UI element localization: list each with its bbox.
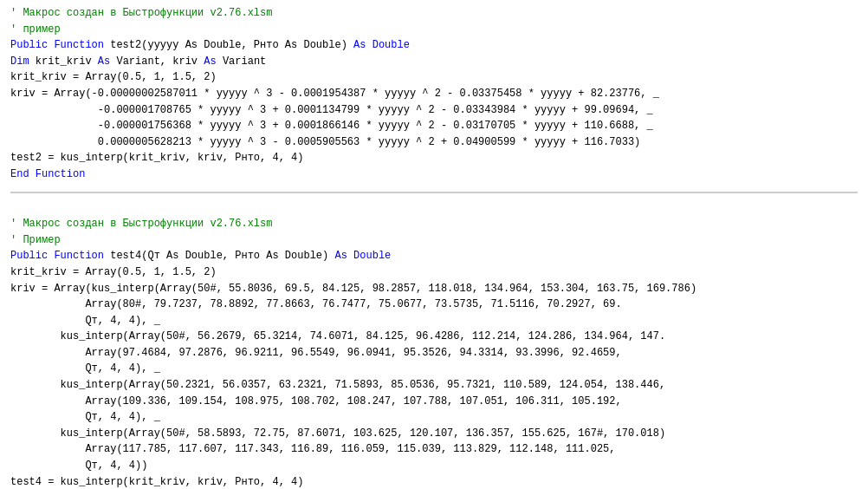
- normal: Qт, 4, 4), _: [10, 362, 160, 375]
- line: ' Макрос создан в Быстрофункции v2.76.xl…: [10, 216, 858, 232]
- keyword: End Function: [10, 168, 85, 180]
- normal: kriv = Array(-0.00000002587011 * yyyyy ^…: [10, 88, 659, 100]
- keyword: Dim: [10, 55, 36, 68]
- line: kus_interp(Array(50.2321, 56.0357, 63.23…: [10, 377, 858, 394]
- line: krit_kriv = Array(0.5, 1, 1.5, 2): [10, 264, 858, 281]
- normal: test4 = kus_interp(krit_kriv, kriv, Рнто…: [10, 476, 303, 488]
- code-block-1: ' Макрос создан в Быстрофункции v2.76.xl…: [10, 5, 858, 192]
- normal: Array(80#, 79.7237, 78.8892, 77.8663, 76…: [10, 298, 622, 310]
- normal: kriv = Array(kus_interp(Array(50#, 55.80…: [10, 283, 696, 295]
- normal: Qт, 4, 4), _: [10, 315, 160, 327]
- line: [10, 200, 858, 217]
- comment: ' Макрос создан в Быстрофункции v2.76.xl…: [10, 7, 272, 19]
- normal: krit_kriv = Array(0.5, 1, 1.5, 2): [10, 266, 217, 278]
- line: test2 = kus_interp(krit_kriv, kriv, Рнто…: [10, 150, 858, 166]
- normal: kus_interp(Array(50#, 58.5893, 72.75, 87…: [10, 427, 665, 440]
- normal: krit_kriv: [36, 55, 98, 68]
- normal: krit_kriv = Array(0.5, 1, 1.5, 2): [10, 71, 217, 83]
- normal: Variant, kriv: [116, 55, 204, 68]
- keyword: As Double: [353, 39, 410, 51]
- line: Array(97.4684, 97.2876, 96.9211, 96.5549…: [10, 345, 858, 362]
- normal: -0.000001756368 * yyyyy ^ 3 + 0.00018661…: [10, 120, 653, 132]
- keyword: As: [204, 55, 223, 68]
- line: 0.0000005628213 * yyyyy ^ 3 - 0.00059055…: [10, 134, 858, 151]
- line: ' Пример: [10, 232, 858, 249]
- line: Array(117.785, 117.607, 117.343, 116.89,…: [10, 441, 858, 458]
- normal: Array(109.336, 109.154, 108.975, 108.702…: [10, 395, 622, 408]
- line: Public Function test2(yyyyy As Double, Р…: [10, 37, 858, 54]
- normal: Array(97.4684, 97.2876, 96.9211, 96.5549…: [10, 347, 622, 359]
- code-block-2: ' Макрос создан в Быстрофункции v2.76.xl…: [10, 193, 858, 489]
- line: -0.000001756368 * yyyyy ^ 3 + 0.00018661…: [10, 118, 858, 134]
- line: ' пример: [10, 22, 858, 38]
- keyword: Public Function: [10, 39, 110, 51]
- line: kus_interp(Array(50#, 56.2679, 65.3214, …: [10, 329, 858, 345]
- comment: ' Макрос создан в Быстрофункции v2.76.xl…: [10, 218, 272, 230]
- normal: 0.0000005628213 * yyyyy ^ 3 - 0.00059055…: [10, 136, 640, 148]
- normal: Qт, 4, 4)): [10, 460, 147, 472]
- line: Array(109.336, 109.154, 108.975, 108.702…: [10, 394, 858, 410]
- normal: kus_interp(Array(50#, 56.2679, 65.3214, …: [10, 330, 665, 342]
- keyword: Public Function: [10, 250, 110, 262]
- line: kriv = Array(-0.00000002587011 * yyyyy ^…: [10, 86, 858, 102]
- line: Public Function test4(Qт As Double, Рнто…: [10, 248, 858, 264]
- line: End Function: [10, 166, 858, 183]
- normal: Variant: [223, 55, 266, 68]
- normal: kus_interp(Array(50.2321, 56.0357, 63.23…: [10, 379, 665, 391]
- comment: ' пример: [10, 23, 61, 36]
- line: Array(80#, 79.7237, 78.8892, 77.8663, 76…: [10, 297, 858, 313]
- keyword: As: [98, 55, 117, 68]
- normal: test2 = kus_interp(krit_kriv, kriv, Рнто…: [10, 152, 303, 164]
- normal: Array(117.785, 117.607, 117.343, 116.89,…: [10, 443, 616, 455]
- normal: test2(yyyyy As Double, Рнто As Double): [110, 39, 353, 51]
- normal: -0.000001708765 * yyyyy ^ 3 + 0.00011347…: [10, 104, 653, 116]
- normal: Qт, 4, 4), _: [10, 411, 160, 423]
- line: Qт, 4, 4), _: [10, 313, 858, 329]
- line: Qт, 4, 4)): [10, 458, 858, 474]
- line: Qт, 4, 4), _: [10, 409, 858, 426]
- main-container: ' Макрос создан в Быстрофункции v2.76.xl…: [0, 0, 868, 489]
- line: -0.000001708765 * yyyyy ^ 3 + 0.00011347…: [10, 102, 858, 119]
- normal: test4(Qт As Double, Рнто As Double): [110, 250, 334, 262]
- code-area: ' Макрос создан в Быстрофункции v2.76.xl…: [0, 0, 868, 489]
- line: test4 = kus_interp(krit_kriv, kriv, Рнто…: [10, 474, 858, 489]
- comment: ' Пример: [10, 234, 61, 246]
- line: Dim krit_kriv As Variant, kriv As Varian…: [10, 54, 858, 70]
- keyword: As Double: [334, 250, 391, 262]
- line: Qт, 4, 4), _: [10, 361, 858, 377]
- line: kriv = Array(kus_interp(Array(50#, 55.80…: [10, 281, 858, 297]
- line: kus_interp(Array(50#, 58.5893, 72.75, 87…: [10, 426, 858, 442]
- line: krit_kriv = Array(0.5, 1, 1.5, 2): [10, 69, 858, 86]
- line: ' Макрос создан в Быстрофункции v2.76.xl…: [10, 5, 858, 22]
